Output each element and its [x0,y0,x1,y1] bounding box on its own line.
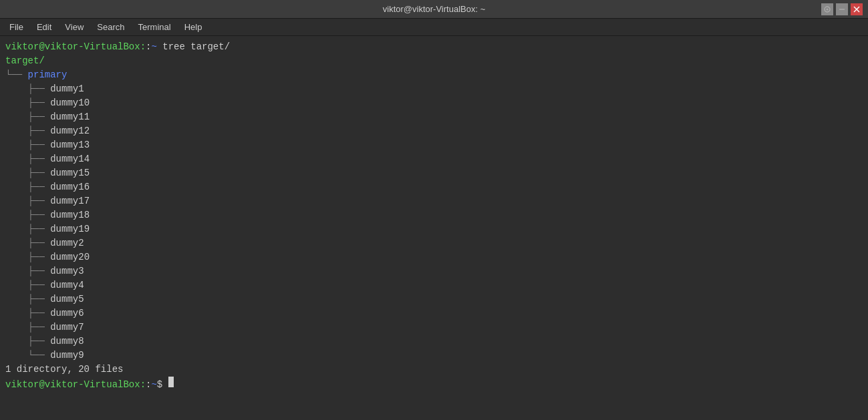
file-name: dummy17 [50,194,90,208]
window-title: viktor@viktor-VirtualBox: ~ [383,4,485,14]
file-name: dummy14 [50,152,90,166]
file-line: ├── dummy11 [5,110,863,124]
file-name: dummy1 [50,82,84,96]
command-text: tree target/ [157,40,230,54]
summary-line: 1 directory, 20 files [5,363,863,377]
tree-branch: ├── [5,194,50,208]
file-name: dummy10 [50,96,90,110]
file-line: ├── dummy8 [5,335,863,349]
prompt2-path: ~ [151,378,156,392]
prompt2-user: viktor@viktor-VirtualBox: [5,378,146,392]
file-name: dummy12 [50,124,90,138]
svg-point-1 [827,8,829,10]
file-name: dummy7 [50,321,84,335]
file-line: ├── dummy17 [5,194,863,208]
tree-branch: ├── [5,306,50,321]
prompt2-line: viktor@viktor-VirtualBox::~$ [5,377,863,392]
file-line: ├── dummy1 [5,82,863,96]
terminal-area[interactable]: viktor@viktor-VirtualBox::~ tree target/… [0,36,868,420]
tree-branch: ├── [5,236,50,250]
close-button[interactable] [851,3,863,15]
file-name: dummy16 [50,180,90,194]
file-line: ├── dummy20 [5,250,863,264]
file-name: dummy20 [50,250,90,264]
prompt-path: ~ [151,40,156,54]
file-line: ├── dummy14 [5,152,863,166]
file-line: ├── dummy19 [5,222,863,236]
tree-branch: ├── [5,208,50,222]
file-list: ├── dummy1 ├── dummy10 ├── dummy11 ├── d… [5,82,863,363]
menu-view[interactable]: View [58,21,90,33]
menu-edit[interactable]: Edit [30,21,58,33]
file-name: dummy2 [50,236,84,250]
output-dir: target/ [5,54,45,68]
file-name: dummy13 [50,138,90,152]
file-name: dummy19 [50,222,90,236]
file-line: ├── dummy18 [5,208,863,222]
file-line: ├── dummy13 [5,138,863,152]
file-name: dummy18 [50,208,90,222]
file-line: ├── dummy15 [5,166,863,180]
file-name: dummy11 [50,110,90,124]
file-line: ├── dummy12 [5,124,863,138]
tree-branch: ├── [5,292,50,306]
file-name: dummy15 [50,166,90,180]
tree-branch: ├── [5,278,50,292]
file-line: └── dummy9 [5,349,863,363]
file-line: ├── dummy3 [5,264,863,278]
output-dir-line: target/ [5,54,863,68]
tree-branch: ├── [5,166,50,180]
prompt2-symbol: $ [157,378,168,392]
tree-branch: ├── [5,250,50,264]
tree-branch: ├── [5,152,50,166]
subfolder-name: primary [28,68,67,82]
tree-branch: ├── [5,264,50,278]
menu-file[interactable]: File [3,21,30,33]
menu-bar: File Edit View Search Terminal Help [0,19,868,36]
file-name: dummy8 [50,335,84,349]
file-line: ├── dummy5 [5,292,863,306]
subfolder-line: └── primary [5,68,863,82]
settings-button[interactable] [821,3,833,15]
file-line: ├── dummy2 [5,236,863,250]
tree-branch: ├── [5,110,50,124]
menu-search[interactable]: Search [90,21,131,33]
file-line: ├── dummy16 [5,180,863,194]
file-line: ├── dummy4 [5,278,863,292]
file-name: dummy4 [50,278,84,292]
file-name: dummy3 [50,264,84,278]
tree-branch: ├── [5,321,50,335]
file-name: dummy5 [50,292,84,306]
file-line: ├── dummy7 [5,321,863,335]
summary: 1 directory, 20 files [5,363,123,377]
tree-branch: ├── [5,82,50,96]
tree-branch: ├── [5,180,50,194]
menu-terminal[interactable]: Terminal [132,21,178,33]
file-line: ├── dummy6 [5,306,863,321]
menu-help[interactable]: Help [178,21,209,33]
file-line: ├── dummy10 [5,96,863,110]
tree-branch: ├── [5,335,50,349]
file-name: dummy9 [50,349,84,363]
minimize-button[interactable] [836,3,848,15]
tree-connector-primary: └── [5,68,28,82]
window-controls [821,3,863,15]
cursor [168,377,174,387]
prompt-user: viktor@viktor-VirtualBox: [5,40,146,54]
file-name: dummy6 [50,306,84,321]
tree-branch: └── [5,349,50,363]
tree-branch: ├── [5,124,50,138]
tree-branch: ├── [5,96,50,110]
title-bar: viktor@viktor-VirtualBox: ~ [0,0,868,19]
command-line: viktor@viktor-VirtualBox::~ tree target/ [5,40,863,54]
tree-branch: ├── [5,222,50,236]
tree-branch: ├── [5,138,50,152]
